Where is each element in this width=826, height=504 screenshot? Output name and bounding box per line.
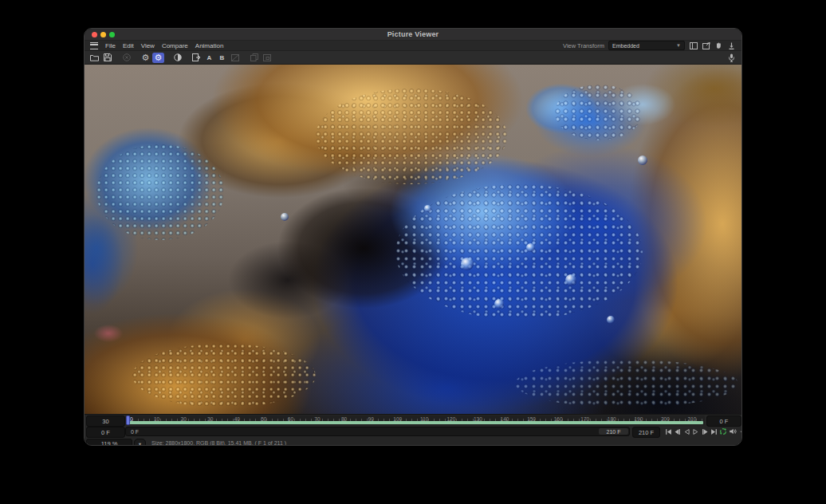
timeline-tick: 90 [368,416,374,422]
timeline-tick: 40 [234,416,240,422]
preview-range-bar [127,421,703,424]
save-image-button[interactable] [101,53,113,63]
timeline-tick: 60 [288,416,293,422]
compare-b-button[interactable]: B [216,53,228,63]
timeline-tick: 80 [341,416,347,422]
display-settings-button[interactable]: ⚙ [152,53,164,63]
current-frame-value: 0 F [101,429,110,436]
navigator-button[interactable] [191,53,203,63]
timeline-tick: 100 [393,416,402,422]
current-frame-field[interactable]: 0 F [86,427,125,438]
menu-bar: File Edit View Compare Animation View Tr… [85,41,741,51]
view-transform-value: Embedded [612,43,639,49]
picture-viewer-window: Picture Viewer File Edit View Compare An… [85,29,741,445]
timeline-tick: 130 [474,416,482,422]
zoom-window-button[interactable] [109,32,115,37]
panel-layout-icon[interactable] [689,41,698,50]
frame-rate-field[interactable]: 30 [86,415,125,427]
copy-icon [250,53,258,61]
zoom-level-field[interactable]: 119 % [86,439,132,445]
toolbar: ⚙ ⚙ A B [85,51,741,65]
bottom-specks-overlay [515,360,738,408]
step-back-button[interactable] [674,427,682,435]
timeline-tick: 160 [554,416,563,422]
paste-button[interactable] [261,53,273,63]
view-transform-select[interactable]: Embedded ▼ [608,41,685,50]
end-frame-value: 210 F [639,429,654,436]
timeline-tick: 50 [261,416,266,422]
timeline-tick: 30 [207,416,213,422]
gear-active-icon: ⚙ [155,53,163,62]
loop-mode-button[interactable] [719,427,727,435]
step-forward-button[interactable] [701,427,709,435]
popout-icon[interactable] [702,41,710,50]
mic-icon [728,53,735,62]
timeline-tick: 110 [420,416,428,422]
timeline-tick: 180 [608,416,616,422]
ruler-frame-field[interactable]: 0 F [706,415,741,427]
menu-file[interactable]: File [105,42,116,49]
title-bar[interactable]: Picture Viewer [85,29,741,41]
ab-split-button[interactable] [229,53,241,63]
left-blue-bubbles-overlay [96,144,224,240]
rendered-image-canvas[interactable] [85,65,741,414]
goto-end-button[interactable] [710,427,718,435]
bottomleft-bubbles-overlay [132,344,316,408]
range-slider[interactable]: 0 F 210 F [125,427,630,436]
compare-a-button[interactable]: A [203,53,215,63]
gear-icon: ⚙ [142,53,150,62]
close-button[interactable] [92,32,97,37]
play-backward-button[interactable] [682,427,690,435]
timeline-tick: 210 [688,416,697,422]
a-label: A [207,54,212,61]
menu-compare[interactable]: Compare [162,42,188,49]
bubble [638,156,647,165]
stop-render-button[interactable] [120,53,132,63]
bubble [461,258,474,270]
timeline-tick: 190 [634,416,643,422]
timeline-tick: 10 [154,416,159,422]
navigator-icon [192,53,201,61]
timeline-tick: 70 [314,416,320,422]
play-forward-button[interactable] [692,427,700,435]
sound-button[interactable] [726,53,738,63]
playback-options-caret[interactable] [738,427,741,435]
frame-rate-value: 30 [102,418,108,425]
contrast-button[interactable] [171,53,183,63]
bubble [565,274,576,285]
filter-settings-button[interactable]: ⚙ [140,53,151,63]
range-end-handle[interactable]: 210 F [599,428,628,435]
window-title: Picture Viewer [387,30,439,38]
minimize-button[interactable] [100,32,106,37]
chevron-down-icon: ▼ [138,442,142,446]
timeline-ruler[interactable]: 0102030405060708090100110120130140150160… [125,415,705,425]
menu-view[interactable]: View [141,42,155,49]
hand-icon[interactable] [714,41,723,50]
zoom-options-button[interactable]: ▼ [134,439,146,445]
timeline-tick: 140 [501,416,509,422]
view-transform-label: View Transform [563,42,604,49]
hamburger-menu-icon[interactable] [90,42,98,49]
timeline-tick: 20 [181,416,187,422]
timeline-tick: 120 [446,416,455,422]
menu-edit[interactable]: Edit [123,42,134,49]
timeline-tick: 150 [527,416,536,422]
pin-icon[interactable] [727,41,736,50]
bubble [424,205,431,212]
menu-animation[interactable]: Animation [195,42,224,49]
image-info-text: Size: 2880x1800, RGB (8 Bit), 15.41 MB, … [151,439,286,445]
end-frame-field[interactable]: 210 F [632,427,660,438]
copy-button[interactable] [248,53,260,63]
zoom-level-value: 119 % [101,440,118,445]
goto-start-button[interactable] [664,427,672,435]
folder-icon [90,54,99,61]
center-blue-bubbles-overlay [395,184,643,320]
b-label: B [220,54,225,61]
speaker-icon[interactable] [729,427,737,435]
open-file-button[interactable] [88,53,100,63]
traffic-lights [92,32,115,37]
chevron-down-icon: ▼ [676,43,681,48]
save-icon [104,53,112,61]
ruler-frame-value: 0 F [720,418,729,425]
bubble [526,243,535,252]
